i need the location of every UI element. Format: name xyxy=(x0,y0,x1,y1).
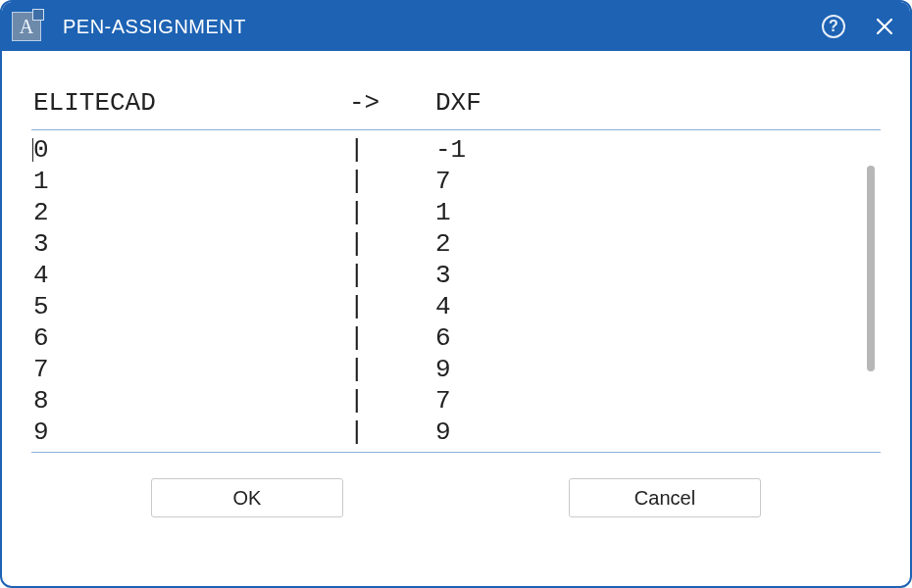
button-row: OK Cancel xyxy=(31,453,881,539)
mapping-source-value: 2 xyxy=(33,197,349,228)
mapping-target-value: 2 xyxy=(418,228,879,260)
mapping-target-value: 9 xyxy=(418,416,879,448)
mapping-row[interactable]: 2|1 xyxy=(33,197,879,228)
mapping-source-value: 9 xyxy=(33,416,349,448)
cancel-button-label: Cancel xyxy=(634,487,695,510)
close-icon xyxy=(876,18,893,35)
mapping-row[interactable]: 6|6 xyxy=(33,322,879,354)
mapping-source-value: 3 xyxy=(33,228,349,260)
mapping-source-value: 7 xyxy=(33,354,349,385)
mapping-source-value: 1 xyxy=(33,166,349,197)
mapping-target-value: 6 xyxy=(418,322,879,354)
mapping-separator: | xyxy=(349,260,418,291)
help-button[interactable]: ? xyxy=(822,15,845,38)
cancel-button[interactable]: Cancel xyxy=(569,478,761,517)
mapping-target-value: 7 xyxy=(418,385,879,416)
close-button[interactable] xyxy=(873,15,896,38)
ok-button-label: OK xyxy=(233,487,262,510)
mapping-separator: | xyxy=(349,385,418,416)
app-icon-letter: A xyxy=(20,17,33,36)
titlebar[interactable]: A PEN-ASSIGNMENT ? xyxy=(2,2,910,51)
mapping-row[interactable]: 1|7 xyxy=(33,166,879,197)
mapping-source-value: 8 xyxy=(33,385,349,416)
mapping-source-value: 0 xyxy=(33,134,349,166)
ok-button[interactable]: OK xyxy=(151,478,343,517)
mapping-separator: | xyxy=(349,134,418,166)
mapping-target-value: 1 xyxy=(418,197,879,228)
mapping-separator: | xyxy=(349,166,418,197)
mapping-separator: | xyxy=(349,228,418,260)
dialog-title: PEN-ASSIGNMENT xyxy=(63,16,822,38)
mapping-source-value: 4 xyxy=(33,260,349,291)
mapping-separator: | xyxy=(349,291,418,322)
help-icon: ? xyxy=(829,18,838,35)
dialog-content: ELITECAD -> DXF 0|-11|72|13|24|35|46|67|… xyxy=(2,51,910,586)
header-arrow: -> xyxy=(349,88,418,118)
mapping-target-value: 7 xyxy=(418,166,879,197)
mapping-row[interactable]: 9|9 xyxy=(33,416,879,448)
titlebar-buttons: ? xyxy=(822,15,896,38)
mapping-list-body[interactable]: 0|-11|72|13|24|35|46|67|98|79|9 xyxy=(31,130,881,452)
mapping-row[interactable]: 8|7 xyxy=(33,385,879,416)
mapping-row[interactable]: 4|3 xyxy=(33,260,879,291)
mapping-row[interactable]: 7|9 xyxy=(33,354,879,385)
mapping-separator: | xyxy=(349,197,418,228)
pen-assignment-dialog: A PEN-ASSIGNMENT ? ELITECAD -> DXF 0|-11… xyxy=(0,0,912,588)
mapping-source-value: 6 xyxy=(33,322,349,354)
header-target: DXF xyxy=(418,88,879,118)
mapping-target-value: 9 xyxy=(418,354,879,385)
mapping-source-value: 5 xyxy=(33,291,349,322)
mapping-list[interactable]: 0|-11|72|13|24|35|46|67|98|79|9 xyxy=(31,129,881,453)
mapping-separator: | xyxy=(349,354,418,385)
mapping-row[interactable]: 5|4 xyxy=(33,291,879,322)
header-source: ELITECAD xyxy=(33,88,349,118)
column-headers: ELITECAD -> DXF xyxy=(31,88,881,129)
mapping-target-value: 4 xyxy=(418,291,879,322)
app-icon: A xyxy=(12,12,41,41)
mapping-target-value: 3 xyxy=(418,260,879,291)
mapping-row[interactable]: 0|-1 xyxy=(33,134,879,166)
mapping-separator: | xyxy=(349,416,418,448)
scrollbar-thumb[interactable] xyxy=(867,166,875,371)
mapping-target-value: -1 xyxy=(418,134,879,166)
mapping-row[interactable]: 3|2 xyxy=(33,228,879,260)
mapping-separator: | xyxy=(349,322,418,354)
